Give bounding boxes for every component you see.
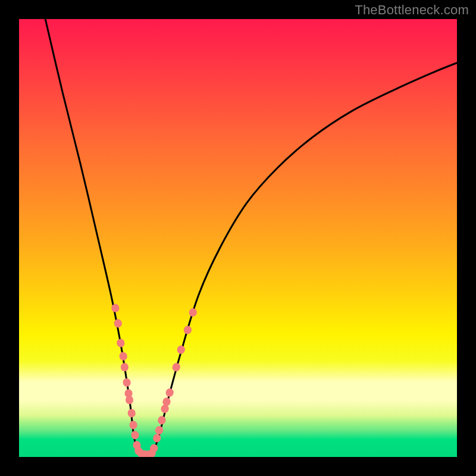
marker-dot (165, 387, 174, 397)
marker-dot (154, 425, 164, 436)
marker-dot (129, 420, 138, 430)
marker-dot (171, 362, 181, 372)
marker-dot (116, 339, 125, 348)
chart-frame: TheBottleneck.com (0, 0, 476, 476)
marker-layer (111, 303, 198, 457)
watermark-text: TheBottleneck.com (355, 2, 469, 18)
marker-dot (114, 319, 123, 328)
marker-dot (157, 415, 167, 425)
marker-dot (183, 325, 193, 335)
marker-dot (152, 433, 162, 443)
marker-dot (130, 430, 139, 440)
bottleneck-curve (45, 19, 457, 457)
marker-dot (176, 345, 186, 355)
chart-svg (19, 19, 457, 457)
marker-dot (127, 408, 136, 418)
plot-area (19, 19, 457, 457)
marker-dot (119, 352, 128, 361)
marker-dot (120, 362, 129, 372)
marker-dot (188, 308, 198, 318)
marker-dot (123, 378, 131, 387)
curve-layer (45, 19, 457, 457)
